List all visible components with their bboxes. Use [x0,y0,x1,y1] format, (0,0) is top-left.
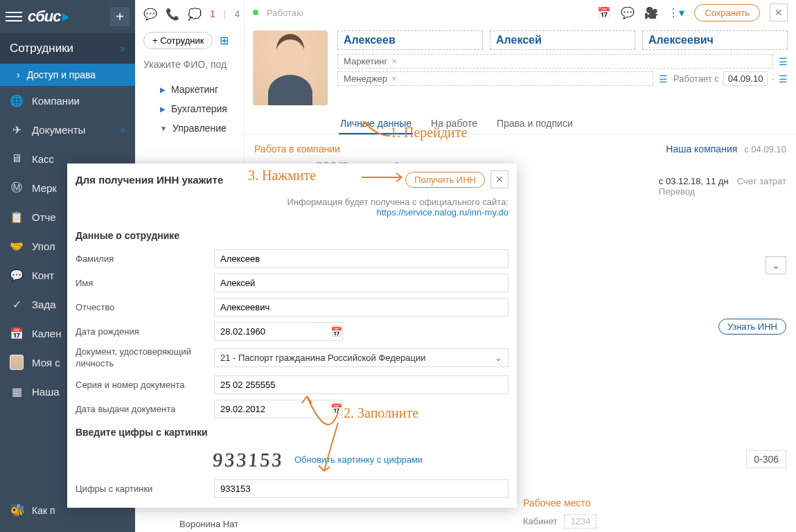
list-item-cut: Воронина Нат [179,519,238,529]
label-lastname: Фамилия [76,254,207,264]
chat-bubble-icon[interactable]: 💬 [143,8,157,21]
input-serial[interactable] [214,375,508,394]
bee-icon: 🐝 [10,503,25,518]
close-panel-button[interactable]: ✕ [770,3,788,21]
tag-remove-icon[interactable]: × [391,56,397,66]
captcha-image: 933153 [212,449,285,471]
tag-remove-icon[interactable]: × [391,73,397,84]
count-red: 1 [210,8,215,19]
status-text: Работаю [267,8,303,18]
captcha-area: 933153 Обновить картинку с цифрами [67,443,517,477]
cabinet-input[interactable]: 1234 [564,514,596,529]
modal-close-button[interactable]: ✕ [490,170,508,188]
status-dot-icon [253,10,258,15]
input-firstname[interactable] [214,274,508,292]
role-tag[interactable]: Менеджер× [337,71,653,86]
m-icon: Ⓜ [10,181,24,195]
know-inn-wrap: Узнать ИНН [718,319,786,335]
nav-companies[interactable]: 🌐Компании [0,86,135,115]
check-icon: ✓ [10,297,24,311]
modal-section-employee: Данные о сотруднике [67,224,517,247]
video-icon[interactable]: 🎥 [644,6,658,19]
get-inn-button[interactable]: Получить ИНН [405,172,485,188]
label-doctype: Документ, удостоверяющий личность [76,346,207,370]
sidebar-top: сбис + [0,0,135,33]
bubble2-icon[interactable]: 💭 [188,8,202,21]
chevron-down-icon: ⌄ [495,353,502,363]
modal-info-link[interactable]: https://service.nalog.ru/inn-my.do [376,207,508,218]
tab-atwork[interactable]: На работе [430,114,479,134]
works-from: Работает с 04.09.10 · ☰ [673,71,788,86]
company-name[interactable]: Наша компания [666,143,737,154]
tab-rights[interactable]: Права и подписи [495,114,574,134]
tab-personal[interactable]: Личные данные [339,114,413,134]
select-chevron[interactable]: ⌄ [766,256,786,274]
logo: сбис [28,8,69,26]
works-date[interactable]: 04.09.10 [723,71,768,86]
label-dob: Дата рождения [76,326,207,337]
sidebar-sub-label: Доступ и права [27,69,96,80]
emp-fields: Алексеев Алексей Алексеевич Маркетинг× ☰… [337,30,788,105]
label-issued: Дата выдачи документа [76,404,207,414]
list-icon[interactable]: ☰ [779,73,788,85]
chevrons-icon: » [120,43,125,54]
plane-icon: ✈ [10,123,24,136]
room-field[interactable]: 0-306 [746,450,786,468]
workplace-heading: Рабочее место [523,497,786,508]
more-icon[interactable]: ⋮▾ [668,6,684,19]
list-icon[interactable]: ☰ [659,73,668,85]
avatar-icon [10,355,24,369]
save-button[interactable]: Сохранить [694,4,760,21]
emp-top-actions: 📅 💬 🎥 ⋮▾ Сохранить ✕ [597,3,788,21]
calendar2-icon[interactable]: 📅 [597,6,611,19]
add-button[interactable]: + [110,7,130,26]
modal-section-captcha: Введите цифры с картинки [67,421,517,443]
cost-label: Счет затрат [737,176,786,197]
nav-documents[interactable]: ✈Документы» [0,115,135,144]
lastname-field[interactable]: Алексеев [337,30,483,50]
select-doctype[interactable]: 21 - Паспорт гражданина Российской Федер… [214,348,508,367]
input-issued[interactable] [214,400,343,418]
register-icon: 🖥 [10,152,24,166]
list-icon[interactable]: ☰ [779,56,788,67]
sidebar-section-employees[interactable]: Сотрудники » [0,33,135,64]
add-employee-button[interactable]: + Сотрудник [143,32,213,49]
menu-burger[interactable] [6,8,22,25]
status-kind: Перевод [659,186,729,197]
chevrons-icon: » [120,124,125,135]
refresh-captcha-link[interactable]: Обновить картинку с цифрами [294,454,423,465]
modal-info-text: Информация будет получена с официального… [76,197,508,207]
emp-tabs: Личные данные На работе Права и подписи [245,111,796,135]
inn-modal: Для получения ИНН укажите Получить ИНН ✕… [67,163,517,508]
globe-icon: 🌐 [10,94,24,107]
chat2-icon[interactable]: 💬 [621,6,635,19]
handshake-icon: 🤝 [10,239,24,253]
workplace-section: Рабочее место Кабинет 1234 [523,497,786,529]
patronymic-field[interactable]: Алексеевич [642,30,788,50]
company-row: Работа в компании Наша компанияс 04.09.1… [245,135,796,157]
sidebar-header-label: Сотрудники [10,42,73,55]
arrow-down-icon: ▼ [160,125,167,132]
arrow-right-icon: ▶ [160,86,166,94]
input-lastname[interactable] [214,249,508,268]
divider: | [224,8,227,19]
clipboard-icon: 📋 [10,210,24,224]
firstname-field[interactable]: Алексей [490,30,635,50]
phone-icon[interactable]: 📞 [166,8,179,21]
input-patronymic[interactable] [214,298,508,317]
employee-photo[interactable] [253,30,328,105]
know-inn-button[interactable]: Узнать ИНН [718,319,786,335]
calendar-icon: 📅 [10,326,24,340]
logo-arrow-icon [62,13,69,21]
dots: · [772,73,775,84]
input-captcha[interactable] [214,479,508,498]
emp-header: Алексеев Алексей Алексеевич Маркетинг× ☰… [245,25,796,111]
input-dob[interactable] [214,322,343,341]
sidebar-sub-access[interactable]: Доступ и права [0,64,135,86]
status-col: с 03.12.18, 11 дн Перевод [659,176,729,197]
label-captcha: Цифры с картинки [76,484,207,494]
plus-icon[interactable]: ⊞ [220,34,229,47]
dept-tag[interactable]: Маркетинг× [337,54,773,69]
count-grey: 4 [234,8,240,19]
cabinet-label: Кабинет [523,516,557,526]
